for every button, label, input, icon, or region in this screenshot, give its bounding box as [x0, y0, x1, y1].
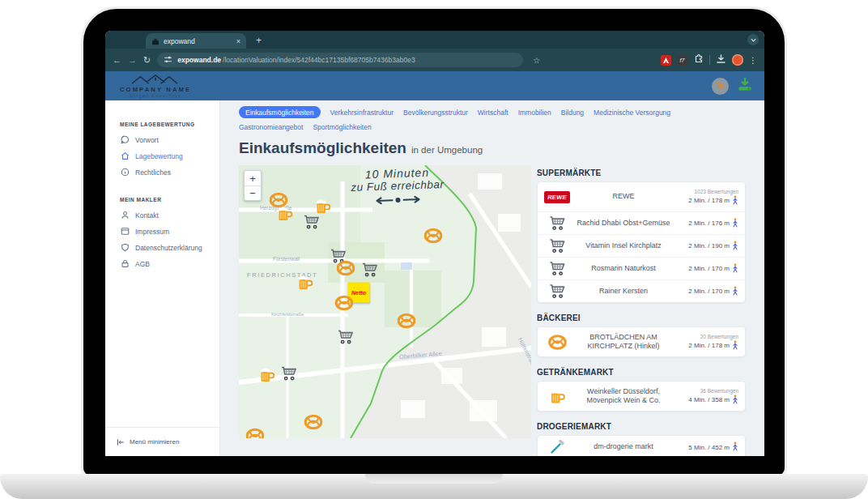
place-name: BROTLÄDCHEN AM KIRCHPLATZ (Hinkel) [570, 333, 677, 352]
browser-tab[interactable]: expowand × [146, 33, 246, 49]
pretzel-map-marker[interactable] [424, 228, 443, 244]
nav-tab-immobilien[interactable]: Immobilien [518, 109, 551, 117]
place-name: REWE [570, 192, 677, 201]
f7-extension-icon[interactable]: f7 [677, 55, 687, 66]
sidebar-item-lagebewertung[interactable]: Lagebewertung [120, 151, 219, 160]
toolbar-divider [709, 55, 710, 65]
place-name: dm-drogerie markt [570, 442, 677, 451]
beer-map-marker[interactable] [260, 368, 275, 383]
lock-icon [120, 259, 130, 268]
walk-distance: 2 Min. / 190 m [688, 241, 738, 252]
places-section-heading: BÄCKEREI [537, 313, 746, 322]
browser-menu-icon[interactable]: ⋮ [749, 56, 757, 65]
sidebar-item-label: Impressum [135, 228, 169, 236]
profile-avatar[interactable] [732, 54, 743, 66]
tab-title: expowand [164, 37, 232, 45]
nav-tab-einkaufsm-glichkeiten[interactable]: Einkaufsmöglichkeiten [239, 106, 321, 118]
nav-tab-verkehrsinfrastruktur[interactable]: Verkehrsinfrastruktur [330, 109, 394, 117]
place-row-dm-drogerie-markt[interactable]: dm-drogerie markt5 Min. / 452 m [538, 436, 745, 456]
street-label: Kirchfeldstraße [271, 312, 304, 317]
sidebar-item-label: Kontakt [135, 211, 159, 220]
walking-person-icon [732, 241, 738, 252]
sidebar-item-vorwort[interactable]: Vorwort [120, 135, 219, 144]
walking-person-icon [732, 340, 738, 352]
place-name: Rosmarin Naturkost [570, 264, 677, 273]
nav-tab-gastronomieangebot[interactable]: Gastronomieangebot [239, 123, 303, 131]
beer-map-marker[interactable] [278, 207, 293, 222]
place-row-weinkeller-d-sseldorf-m-venpick-wein-co[interactable]: Weinkeller Düsseldorf, Mövenpick Wein & … [538, 382, 745, 411]
zoom-in-button[interactable]: + [245, 171, 261, 186]
walk-time-annotation: 10 Minuten zu Fuß erreichbar [316, 165, 479, 211]
map-canvas[interactable]: + − 10 Minuten zu Fuß erreichbar FRIEDRI… [239, 165, 531, 438]
walking-person-icon [732, 441, 738, 453]
walking-person-icon [732, 286, 738, 297]
forward-icon[interactable]: → [128, 56, 137, 65]
company-name: COMPANY NAME [120, 86, 191, 93]
site-header: COMPANY NAME Slogan Goes Here [105, 71, 764, 100]
pretzel-map-marker[interactable] [398, 313, 416, 329]
cart-map-marker[interactable] [304, 215, 321, 230]
pretzel-map-marker[interactable] [337, 261, 355, 276]
tune-icon[interactable] [164, 53, 172, 67]
bookmark-star-icon[interactable]: ☆ [533, 56, 540, 65]
sidebar-collapse-button[interactable]: Menü minimieren [105, 427, 219, 456]
sidebar-item-datenschutzerkl-rung[interactable]: Datenschutzerklärung [120, 243, 219, 252]
sidebar-item-impressum[interactable]: Impressum [120, 227, 219, 236]
category-tabs-row1: EinkaufsmöglichkeitenVerkehrsinfrastrukt… [239, 106, 746, 118]
tab-search-chevron-icon[interactable] [747, 34, 759, 45]
review-count: 20 Bewertungen [700, 334, 738, 339]
sidebar-item-kontakt[interactable]: Kontakt [120, 211, 219, 220]
back-icon[interactable]: ← [113, 56, 121, 65]
place-row-rewe[interactable]: REWEREWE★★★★★★★★★★1023 Bewertungen2 Min.… [538, 182, 745, 211]
reload-icon[interactable]: ↻ [143, 56, 151, 65]
nav-tab-medizinische-versorgung[interactable]: Medizinische Versorgung [594, 109, 670, 117]
downloads-icon[interactable] [716, 53, 726, 67]
nav-tab-wirtschaft[interactable]: Wirtschaft [478, 109, 508, 117]
sidebar-item-label: Lagebewertung [135, 152, 183, 160]
window-icon [120, 227, 130, 236]
address-bar[interactable]: expowand.de /locationValuation/index/542… [157, 53, 523, 67]
beer-map-marker[interactable] [298, 275, 313, 291]
home-favicon-icon [151, 34, 160, 49]
place-row-brotl-dchen-am-kirchplatz-hinkel[interactable]: BROTLÄDCHEN AM KIRCHPLATZ (Hinkel)★★★★★★… [538, 327, 745, 356]
walk-distance: 2 Min. / 176 m [688, 218, 738, 229]
pdf-extension-icon[interactable] [661, 55, 671, 66]
place-meta: 2 Min. / 176 m [677, 218, 738, 229]
extensions-area: f7 ⋮ [661, 53, 757, 67]
tab-close-icon[interactable]: × [236, 37, 240, 45]
cart-map-marker[interactable] [362, 262, 379, 278]
pretzel-map-marker[interactable] [335, 296, 354, 311]
nav-tab-bev-lkerungsstruktur[interactable]: Bevölkerungsstruktur [403, 109, 468, 117]
zoom-out-button[interactable]: − [245, 186, 261, 200]
place-meta: 2 Min. / 190 m [677, 241, 738, 252]
place-row-vitamin-insel-kirchplatz[interactable]: Vitamin Insel Kirchplatz2 Min. / 190 m [538, 234, 745, 257]
extensions-puzzle-icon[interactable] [693, 53, 704, 67]
place-row-rainer-kersten[interactable]: Rainer Kersten2 Min. / 170 m [538, 279, 745, 302]
download-report-button[interactable] [737, 77, 753, 95]
place-meta: ★★★★★★★★★★1023 Bewertungen2 Min. / 178 m [677, 188, 738, 207]
company-logo[interactable]: COMPANY NAME Slogan Goes Here [120, 74, 191, 98]
walk-distance-label: 2 Min. / 178 m [688, 197, 730, 204]
collapse-label: Menü minimieren [130, 438, 179, 446]
place-name: Vitamin Insel Kirchplatz [570, 241, 677, 250]
laptop-mockup: expowand × + ← → ↻ expowand.de /location… [0, 0, 868, 499]
theme-toggle-button[interactable] [712, 78, 729, 95]
pretzel-map-marker[interactable] [246, 429, 265, 439]
cart-map-marker[interactable] [338, 330, 355, 345]
place-row-rachid-dhabi-obst-gem-se[interactable]: Rachid Dhabi Obst+Gemüse2 Min. / 176 m [538, 211, 745, 234]
pretzel-map-marker[interactable] [304, 415, 323, 430]
walk-distance: 5 Min. / 452 m [688, 441, 738, 453]
walk-distance: 2 Min. / 170 m [688, 263, 738, 275]
place-name: Rainer Kersten [570, 287, 677, 296]
sidebar-item-rechtliches[interactable]: Rechtliches [120, 168, 219, 177]
nav-tab-bildung[interactable]: Bildung [561, 109, 584, 117]
place-name: Weinkeller Düsseldorf, Mövenpick Wein & … [570, 387, 677, 406]
place-meta: ★★★★★★★★★★36 Bewertungen4 Min. / 358 m [677, 387, 738, 406]
place-row-rosmarin-naturkost[interactable]: Rosmarin Naturkost2 Min. / 170 m [538, 257, 745, 279]
sidebar-item-agb[interactable]: AGB [120, 259, 219, 268]
cart-map-marker[interactable] [281, 366, 298, 382]
new-tab-button[interactable]: + [256, 33, 262, 49]
place-meta: 2 Min. / 170 m [677, 286, 738, 297]
sidebar-item-label: Vorwort [135, 136, 159, 144]
nav-tab-sportm-glichkeiten[interactable]: Sportmöglichkeiten [313, 123, 371, 131]
